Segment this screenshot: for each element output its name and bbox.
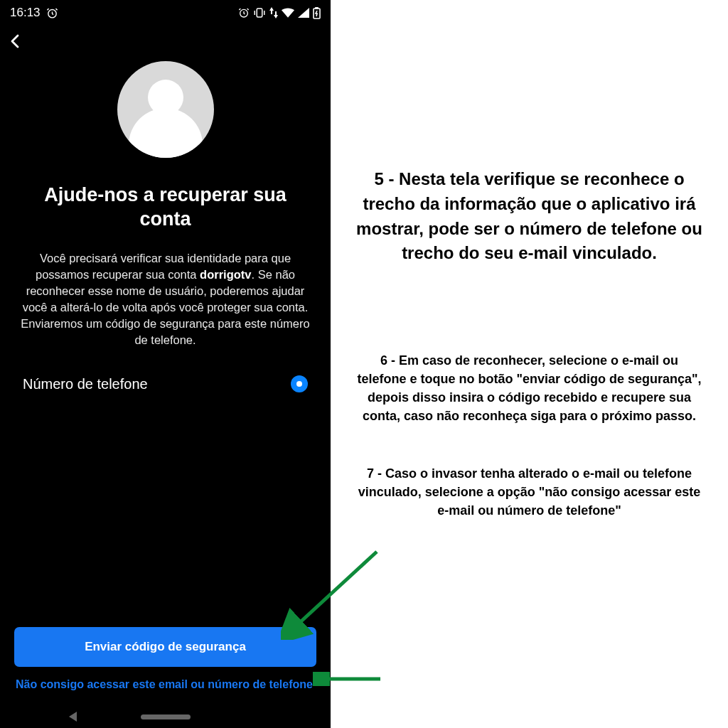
phone-option-row[interactable]: Número de telefone bbox=[0, 375, 331, 392]
radio-selected-icon[interactable] bbox=[291, 375, 308, 392]
page-title: Ajude-nos a recuperar sua conta bbox=[0, 183, 331, 232]
chevron-left-icon bbox=[7, 33, 24, 50]
instructions-panel: 5 - Nesta tela verifique se reconhece o … bbox=[331, 0, 728, 728]
alarm-icon bbox=[238, 7, 250, 18]
status-left: 16:13 bbox=[10, 6, 58, 20]
signal-icon bbox=[298, 8, 309, 18]
back-button[interactable] bbox=[0, 23, 331, 57]
status-bar: 16:13 bbox=[0, 0, 331, 23]
wifi-icon bbox=[282, 8, 294, 18]
phone-screenshot: 16:13 Ajude-nos a recuperar sua conta Vo… bbox=[0, 0, 331, 728]
data-arrows-icon bbox=[269, 7, 278, 18]
page-description: Você precisará verificar sua identidade … bbox=[0, 250, 331, 349]
avatar-container bbox=[0, 61, 331, 158]
avatar-placeholder-icon bbox=[117, 61, 214, 158]
svg-rect-2 bbox=[257, 9, 262, 17]
phone-option-label: Número de telefone bbox=[23, 376, 148, 392]
svg-rect-4 bbox=[316, 7, 318, 9]
send-code-button[interactable]: Enviar código de segurança bbox=[14, 627, 316, 667]
android-nav-bar bbox=[0, 701, 331, 728]
status-right bbox=[238, 7, 321, 19]
desc-username: dorrigotv bbox=[200, 268, 251, 281]
bottom-actions: Enviar código de segurança Não consigo a… bbox=[0, 627, 331, 701]
instruction-step-6: 6 - Em caso de reconhecer, selecione o e… bbox=[355, 351, 704, 425]
nav-back-icon[interactable] bbox=[69, 712, 77, 722]
status-time: 16:13 bbox=[10, 6, 41, 20]
nav-home-icon[interactable] bbox=[141, 714, 191, 719]
instruction-step-7: 7 - Caso o invasor tenha alterado o e-ma… bbox=[355, 464, 704, 520]
instruction-step-5: 5 - Nesta tela verifique se reconhece o … bbox=[355, 167, 704, 266]
vibrate-icon bbox=[253, 7, 266, 18]
cant-access-link[interactable]: Não consigo acessar este email ou número… bbox=[14, 674, 316, 692]
battery-icon bbox=[313, 7, 321, 19]
alarm-icon bbox=[46, 7, 58, 19]
